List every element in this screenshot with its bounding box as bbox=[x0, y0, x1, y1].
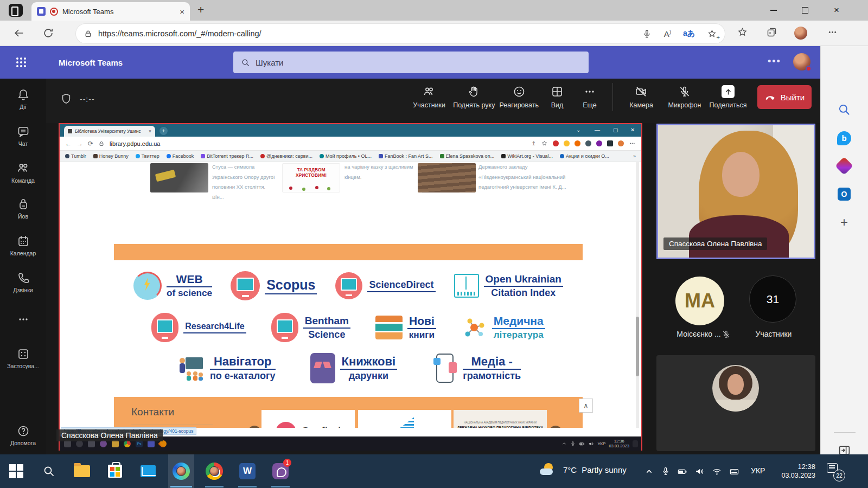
weather-widget[interactable]: 7°C Partly sunny bbox=[563, 465, 627, 474]
tray-keyboard-icon[interactable] bbox=[729, 466, 739, 477]
tray-battery-icon[interactable] bbox=[677, 466, 687, 477]
chrome-new-tab-button[interactable]: + bbox=[159, 127, 168, 135]
rail-item-assignments[interactable]: Йов bbox=[0, 198, 46, 220]
more-actions-button[interactable]: Еще bbox=[576, 85, 604, 109]
bookmark[interactable]: Facebook bbox=[167, 153, 194, 159]
translate-icon[interactable]: aあ bbox=[683, 29, 695, 38]
chrome-menu-icon[interactable] bbox=[629, 140, 636, 147]
app-launcher-icon[interactable] bbox=[16, 57, 26, 67]
shared-screen[interactable]: Бібліотека Університету Ушинс × + ⌄ — ▢ … bbox=[59, 123, 642, 451]
extension-icon[interactable] bbox=[553, 140, 559, 146]
camera-button[interactable]: Камера bbox=[622, 85, 661, 109]
rail-item-chat[interactable]: Чат bbox=[0, 125, 46, 147]
file-explorer-icon[interactable] bbox=[69, 454, 95, 488]
collections-icon[interactable] bbox=[766, 27, 777, 38]
resource-sciencedirect[interactable]: ScienceDirect bbox=[335, 272, 435, 299]
bookmark[interactable]: Elena Spasskova on... bbox=[440, 153, 495, 159]
outlook-icon[interactable]: O bbox=[836, 186, 852, 202]
tray-mic-icon[interactable] bbox=[661, 466, 671, 476]
participants-button[interactable]: Участники bbox=[410, 85, 449, 109]
teams-search-input[interactable]: Шукати bbox=[233, 52, 589, 73]
carousel-next-icon[interactable]: › bbox=[549, 426, 562, 428]
extension-icon[interactable] bbox=[596, 140, 602, 146]
shared-tray-battery-icon[interactable] bbox=[579, 441, 585, 447]
bookmark[interactable]: Tumblr bbox=[65, 153, 86, 159]
tray-chevron-icon[interactable] bbox=[644, 467, 654, 476]
chrome-share-icon[interactable]: ↥ bbox=[532, 140, 536, 146]
overflow-participants-count[interactable]: 31 bbox=[749, 275, 796, 323]
chrome-close-icon[interactable]: ✕ bbox=[630, 126, 635, 134]
tray-clock[interactable]: 12:38 03.03.2023 bbox=[775, 463, 815, 480]
sidebar-search-icon[interactable] bbox=[836, 101, 852, 118]
resource-new-books[interactable]: Новікниги bbox=[375, 314, 436, 341]
shared-tray-chevron-icon[interactable] bbox=[561, 441, 567, 446]
bookmark[interactable]: Мой профиль • OL... bbox=[320, 153, 372, 159]
news-thumbnail[interactable] bbox=[150, 163, 208, 192]
partner-card-grafiati[interactable]: « Grafiati bbox=[261, 410, 355, 428]
add-sidebar-item-icon[interactable]: + bbox=[836, 214, 852, 230]
workspaces-icon[interactable] bbox=[9, 4, 23, 17]
refresh-icon[interactable] bbox=[42, 27, 54, 39]
taskbar-search-icon[interactable] bbox=[36, 454, 62, 488]
page-scrollbar[interactable] bbox=[636, 162, 639, 428]
news-thumbnail[interactable]: ТА РІЗДВОМ ХРИСТОВИМ! bbox=[282, 163, 340, 192]
read-aloud-icon[interactable]: A) bbox=[664, 29, 671, 38]
rail-item-apps[interactable]: Застосува... bbox=[0, 348, 46, 369]
rail-item-teams[interactable]: Команда bbox=[0, 161, 46, 184]
resource-scopus[interactable]: Scopus bbox=[231, 271, 317, 300]
rail-item-help[interactable]: Допомога bbox=[0, 425, 46, 446]
chrome-tab[interactable]: Бібліотека Університету Ушинс × bbox=[64, 126, 155, 137]
voice-search-icon[interactable] bbox=[642, 29, 652, 39]
participant-tile-secondary[interactable] bbox=[656, 355, 815, 451]
resource-research4life[interactable]: Research4Life bbox=[151, 313, 246, 342]
bookmark[interactable]: BitTorrent трекер R... bbox=[201, 153, 253, 159]
new-tab-button[interactable]: + bbox=[197, 3, 204, 16]
chrome-url-text[interactable]: library.pdpu.edu.ua bbox=[110, 140, 160, 147]
bookmark[interactable]: Твиттер bbox=[136, 153, 159, 159]
chrome-taskbar-icon[interactable] bbox=[201, 454, 227, 488]
carousel-prev-icon[interactable]: ‹ bbox=[248, 426, 261, 428]
news-caption[interactable]: Державного закладу «Південноукраїнський … bbox=[478, 162, 571, 192]
favorites-icon[interactable] bbox=[737, 27, 748, 38]
view-button[interactable]: Вид bbox=[543, 85, 571, 109]
chrome-tab-close-icon[interactable]: × bbox=[149, 129, 151, 134]
url-text[interactable]: https://teams.microsoft.com/_#/modern-ca… bbox=[98, 29, 636, 38]
resource-medical-literature[interactable]: Медичналітература bbox=[461, 314, 545, 341]
shared-tray-clock[interactable]: 12:3603.03.2023 bbox=[609, 439, 629, 448]
resource-ouci[interactable]: Open UkrainianCitation Index bbox=[454, 273, 563, 299]
news-thumbnail[interactable] bbox=[418, 163, 476, 192]
shared-tray-speaker-icon[interactable] bbox=[588, 441, 594, 447]
resource-media-literacy[interactable]: Медіа -грамотність bbox=[432, 354, 521, 383]
shared-tray-mic-icon[interactable] bbox=[570, 441, 576, 446]
resource-web-of-science[interactable]: WEBof science bbox=[133, 272, 212, 300]
rail-item-calendar[interactable]: Календар bbox=[0, 235, 46, 256]
chrome-back-icon[interactable]: ← bbox=[65, 140, 72, 147]
shared-tray-lang[interactable]: УКР bbox=[597, 441, 605, 446]
shared-notification-icon[interactable] bbox=[633, 440, 638, 447]
extension-icon[interactable] bbox=[575, 140, 580, 146]
window-minimize-button[interactable] bbox=[768, 5, 779, 16]
news-caption[interactable]: на чарівну казку з щасливим кінцем. bbox=[344, 162, 416, 182]
chrome-forward-icon[interactable]: → bbox=[76, 140, 83, 147]
bookmark[interactable]: WikiArt.org - Visual... bbox=[501, 153, 553, 159]
chrome-minimize-icon[interactable]: — bbox=[595, 126, 600, 134]
rail-item-activity[interactable]: Дії bbox=[0, 88, 46, 110]
browser-settings-icon[interactable] bbox=[827, 27, 838, 38]
microphone-button[interactable]: Микрофон bbox=[665, 85, 704, 109]
participant-video-tile[interactable]: Спасскова Олена Павлівна bbox=[656, 124, 815, 259]
bookmark[interactable]: Honey Bunny bbox=[93, 153, 129, 159]
leave-call-button[interactable]: Выйти bbox=[757, 85, 812, 109]
extension-icon[interactable] bbox=[564, 140, 570, 146]
browser-tab-teams[interactable]: Microsoft Teams × bbox=[31, 2, 190, 21]
news-caption[interactable]: Стуса — символа Українського Опору друго… bbox=[212, 162, 278, 202]
window-maximize-button[interactable] bbox=[800, 5, 810, 16]
share-button[interactable]: Поделиться bbox=[709, 85, 748, 109]
word-taskbar-icon[interactable]: W bbox=[234, 454, 260, 488]
bing-chat-icon[interactable]: b bbox=[836, 130, 852, 146]
tray-wifi-icon[interactable] bbox=[712, 466, 722, 477]
scroll-to-top-button[interactable]: ∧ bbox=[579, 399, 593, 413]
microsoft-store-icon[interactable] bbox=[102, 454, 128, 488]
bookmark[interactable]: Акции и скидки О... bbox=[560, 153, 609, 159]
extension-icon[interactable] bbox=[607, 140, 613, 146]
partner-card-dntb[interactable]: ДНТБ УКРАЇНИ bbox=[358, 410, 451, 428]
